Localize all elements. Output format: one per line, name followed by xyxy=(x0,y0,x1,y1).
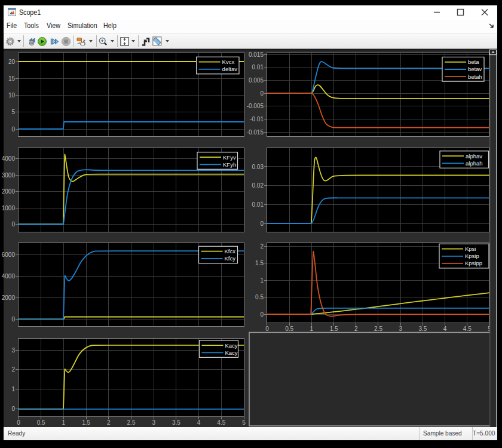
svg-text:2.5: 2.5 xyxy=(127,419,136,426)
svg-text:0.5: 0.5 xyxy=(285,326,293,332)
svg-text:0: 0 xyxy=(11,126,15,133)
svg-text:-0.01: -0.01 xyxy=(250,116,264,122)
svg-text:4000: 4000 xyxy=(2,155,16,162)
svg-text:4: 4 xyxy=(443,326,447,332)
svg-text:0.5: 0.5 xyxy=(37,419,45,426)
svg-text:2: 2 xyxy=(354,326,358,332)
svg-text:0.015: 0.015 xyxy=(249,51,264,58)
svg-text:1: 1 xyxy=(260,277,264,284)
svg-text:3.5: 3.5 xyxy=(172,419,180,426)
svg-text:5: 5 xyxy=(11,109,15,115)
svg-text:Kvcx: Kvcx xyxy=(222,59,235,65)
svg-text:3.5: 3.5 xyxy=(418,326,427,332)
svg-text:0.01: 0.01 xyxy=(252,201,264,208)
svg-text:5: 5 xyxy=(242,419,246,426)
svg-text:3: 3 xyxy=(399,326,402,332)
svg-text:3000: 3000 xyxy=(2,172,16,179)
svg-text:0: 0 xyxy=(17,419,20,426)
svg-text:0.01: 0.01 xyxy=(252,64,264,70)
svg-text:10: 10 xyxy=(8,92,16,99)
svg-text:0: 0 xyxy=(260,311,264,318)
svg-text:Kfcx: Kfcx xyxy=(225,248,236,254)
svg-text:2: 2 xyxy=(11,366,15,373)
svg-text:0.02: 0.02 xyxy=(252,182,264,189)
svg-text:1: 1 xyxy=(11,386,15,392)
svg-text:4.5: 4.5 xyxy=(217,419,225,426)
svg-text:1000: 1000 xyxy=(2,205,16,211)
svg-text:Kacy: Kacy xyxy=(225,342,238,349)
svg-text:Kpsip: Kpsip xyxy=(465,253,479,259)
svg-text:2: 2 xyxy=(260,243,264,250)
svg-text:1: 1 xyxy=(62,419,66,426)
svg-text:betav: betav xyxy=(468,66,482,72)
svg-text:6000: 6000 xyxy=(2,251,16,258)
svg-text:betah: betah xyxy=(468,73,482,80)
svg-text:15: 15 xyxy=(8,75,16,82)
svg-text:0.005: 0.005 xyxy=(249,77,264,84)
svg-text:0: 0 xyxy=(11,406,15,412)
svg-text:20: 20 xyxy=(8,59,16,65)
svg-text:deltav: deltav xyxy=(222,66,238,72)
svg-text:-0.015: -0.015 xyxy=(247,129,264,136)
svg-text:3: 3 xyxy=(152,419,155,426)
svg-text:KFyh: KFyh xyxy=(223,161,236,168)
svg-text:-0.005: -0.005 xyxy=(247,103,264,109)
svg-text:alphav: alphav xyxy=(466,153,482,159)
svg-text:KFyv: KFyv xyxy=(223,154,236,161)
svg-text:0.5: 0.5 xyxy=(255,294,264,300)
svg-text:0.03: 0.03 xyxy=(252,164,264,170)
svg-text:alphah: alphah xyxy=(466,160,483,167)
svg-text:Kpsi: Kpsi xyxy=(465,246,476,252)
svg-text:1.5: 1.5 xyxy=(330,326,338,332)
svg-text:0: 0 xyxy=(11,316,15,323)
svg-text:1: 1 xyxy=(310,326,314,332)
svg-text:4.5: 4.5 xyxy=(463,326,472,332)
svg-text:Kfcy: Kfcy xyxy=(225,255,236,262)
svg-text:2.5: 2.5 xyxy=(374,326,382,332)
svg-text:0: 0 xyxy=(265,326,269,332)
svg-text:0: 0 xyxy=(260,90,264,97)
svg-text:2000: 2000 xyxy=(2,188,16,195)
svg-text:0: 0 xyxy=(260,220,264,227)
svg-text:Kacy: Kacy xyxy=(225,349,238,356)
svg-text:1.5: 1.5 xyxy=(82,419,90,426)
svg-text:2000: 2000 xyxy=(2,294,16,301)
svg-text:4: 4 xyxy=(197,419,201,426)
svg-text:Kpsipp: Kpsipp xyxy=(465,260,482,266)
svg-text:2: 2 xyxy=(107,419,111,426)
svg-text:4000: 4000 xyxy=(2,273,16,280)
svg-text:beta: beta xyxy=(468,59,479,65)
svg-text:0: 0 xyxy=(11,221,15,228)
svg-text:3: 3 xyxy=(11,347,15,354)
svg-text:1.5: 1.5 xyxy=(255,260,264,266)
